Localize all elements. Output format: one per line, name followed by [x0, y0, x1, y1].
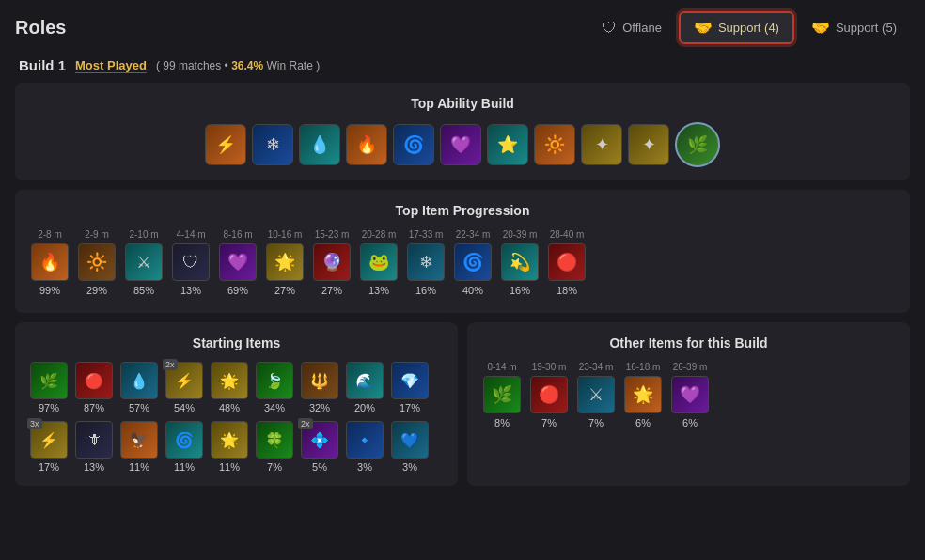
item-pct: 99% [39, 285, 60, 296]
item-icon-sm: 🍃 [256, 362, 293, 399]
item-pct: 13% [368, 285, 389, 296]
time-label: 20-28 m [362, 229, 397, 240]
top-item-progression-title: Top Item Progression [30, 203, 895, 218]
role-tab-offlane[interactable]: 🛡Offlane [588, 14, 675, 42]
item-icon-sm: 🦅 [120, 421, 158, 459]
time-label: 22-34 m [456, 229, 491, 240]
tab-icon: 🤝 [694, 19, 713, 37]
item-pct: 5% [312, 461, 327, 473]
ability-icon-8: ✦ [581, 124, 622, 165]
header: Roles 🛡Offlane🤝Support (4)🤝Support (5) [15, 11, 910, 44]
tab-label: Offlane [622, 21, 662, 35]
starting-item-0-8: 💎 17% [391, 362, 429, 413]
build-stats: ( 99 matches • 36.4% Win Rate ) [156, 59, 320, 72]
item-pct: 85% [133, 285, 154, 296]
item-icon-sm: 💧 [120, 362, 158, 399]
win-rate-label: Win Rate ) [267, 59, 321, 72]
item-icon-sm: 🔱 [301, 362, 338, 399]
item-icon-sm: 💎 [391, 362, 429, 399]
item-pct: 40% [462, 285, 483, 296]
item-pct: 3% [402, 461, 417, 473]
item-pct: 11% [129, 461, 149, 473]
item-icon-sm: 🌟 [211, 421, 248, 459]
item-icon-sm: 2x💠 [301, 421, 338, 459]
item-slot-11: 28-40 m 🔴 18% [547, 229, 587, 296]
item-icon: ⚔ [125, 243, 163, 281]
item-slot-0: 2-8 m 🔥 99% [30, 229, 70, 296]
item-icon: ❄ [407, 243, 445, 281]
item-icon: 🌿 [483, 376, 521, 413]
starting-item-1-2: 🦅 11% [120, 421, 158, 473]
item-pct: 13% [84, 461, 104, 473]
item-pct: 17% [400, 402, 420, 413]
time-label: 2-9 m [85, 229, 109, 240]
ability-icon-10: 🌿 [675, 122, 720, 167]
item-icon: 🌀 [454, 243, 492, 281]
time-label: 28-40 m [550, 229, 585, 240]
item-pct: 20% [354, 402, 375, 413]
item-pct: 7% [588, 417, 604, 428]
item-pct: 11% [174, 461, 195, 473]
time-label: 20-39 m [503, 229, 538, 240]
starting-items-title: Starting Items [30, 335, 443, 350]
starting-item-1-3: 🌀 11% [165, 421, 203, 473]
build-label: Build 1 [19, 57, 66, 73]
page-container: Roles 🛡Offlane🤝Support (4)🤝Support (5) B… [0, 0, 925, 497]
starting-items-grid: 🌿 97% 🔴 87% 💧 57% 2x⚡ 54% 🌟 48% [30, 362, 443, 473]
time-label: 10-16 m [268, 229, 303, 240]
time-label: 23-34 m [579, 362, 614, 372]
ability-icon-3: 🔥 [346, 124, 387, 165]
item-icon-sm: 🔴 [75, 362, 113, 399]
most-played-badge: Most Played [75, 58, 147, 72]
item-pct: 34% [264, 402, 285, 413]
item-pct: 6% [682, 417, 698, 428]
other-item-3: 16-18 m 🌟 6% [623, 362, 663, 428]
count-badge: 2x [298, 418, 313, 429]
time-label: 0-14 m [487, 362, 516, 372]
other-item-4: 26-39 m 💜 6% [670, 362, 710, 428]
top-ability-section: Top Ability Build ⚡❄💧🔥🌀💜⭐🔆✦✦🌿 [15, 83, 910, 180]
tab-label: Support (4) [718, 21, 779, 35]
time-label: 4-14 m [176, 229, 205, 240]
item-pct: 11% [219, 461, 240, 473]
starting-item-0-5: 🍃 34% [256, 362, 293, 413]
starting-item-1-1: 🗡 13% [75, 421, 113, 473]
tab-icon: 🛡 [602, 20, 617, 37]
item-slot-2: 2-10 m ⚔ 85% [124, 229, 164, 296]
ability-icon-6: ⭐ [487, 124, 528, 165]
item-slot-1: 2-9 m 🔆 29% [77, 229, 117, 296]
item-icon-sm: 💙 [391, 421, 429, 459]
item-pct: 8% [494, 417, 510, 428]
starting-items-row-1: 3x⚡ 17% 🗡 13% 🦅 11% 🌀 11% 🌟 11% [30, 421, 443, 473]
item-pct: 13% [180, 285, 201, 296]
item-slot-6: 15-23 m 🔮 27% [312, 229, 352, 296]
item-pct: 87% [84, 402, 104, 413]
ability-icon-4: 🌀 [393, 124, 434, 165]
other-item-2: 23-34 m ⚔ 7% [576, 362, 616, 428]
item-icon: 🛡 [172, 243, 210, 281]
starting-item-1-8: 💙 3% [391, 421, 429, 473]
starting-item-0-3: 2x⚡ 54% [165, 362, 203, 413]
role-tab-support5[interactable]: 🤝Support (5) [798, 13, 910, 42]
item-pct: 18% [557, 285, 577, 296]
item-pct: 6% [635, 417, 651, 428]
roles-tabs: 🛡Offlane🤝Support (4)🤝Support (5) [588, 11, 910, 44]
build-header: Build 1 Most Played ( 99 matches • 36.4%… [15, 57, 910, 73]
item-icon: 🔴 [530, 376, 568, 413]
item-icon: 🔴 [548, 243, 586, 281]
page-title: Roles [15, 17, 66, 39]
starting-items-section: Starting Items 🌿 97% 🔴 87% 💧 57% 2x⚡ 54%… [15, 322, 458, 486]
other-items-grid: 0-14 m 🌿 8% 19-30 m 🔴 7% 23-34 m ⚔ 7% 16… [482, 362, 895, 432]
item-progression-row: 2-8 m 🔥 99% 2-9 m 🔆 29% 2-10 m ⚔ 85% 4-1… [30, 229, 895, 300]
starting-item-1-4: 🌟 11% [211, 421, 248, 473]
tab-icon: 🤝 [811, 19, 830, 37]
item-icon-sm: 🍀 [256, 421, 293, 459]
item-slot-5: 10-16 m 🌟 27% [265, 229, 305, 296]
starting-item-1-5: 🍀 7% [256, 421, 293, 473]
top-ability-title: Top Ability Build [30, 96, 895, 111]
item-pct: 17% [39, 461, 59, 473]
item-slot-8: 17-33 m ❄ 16% [406, 229, 446, 296]
item-pct: 27% [274, 285, 295, 296]
role-tab-support4[interactable]: 🤝Support (4) [679, 11, 794, 44]
time-label: 2-8 m [38, 229, 62, 240]
